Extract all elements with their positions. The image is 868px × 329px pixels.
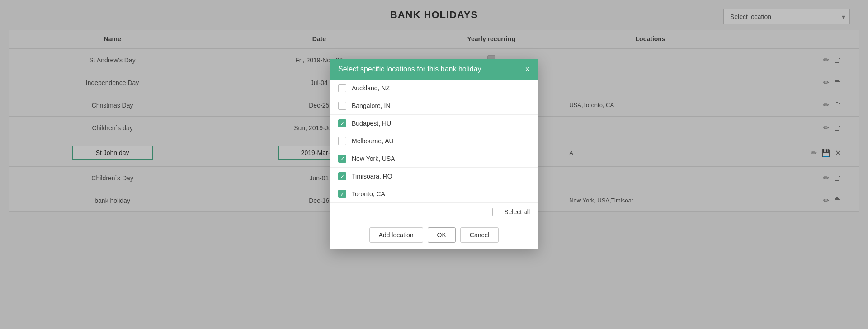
modal-footer: Add location OK Cancel [330, 221, 538, 249]
select-all-label: Select all [504, 208, 530, 216]
modal-body: Auckland, NZBangalore, INBudapest, HUMel… [330, 80, 538, 221]
location-name: Timisoara, RO [352, 173, 392, 180]
location-item[interactable]: Melbourne, AU [330, 132, 538, 150]
page-background: BANK HOLIDAYS Select location ▾ Name Dat… [0, 0, 868, 329]
location-checkbox[interactable] [338, 155, 346, 163]
location-checkbox[interactable] [338, 119, 346, 127]
location-checkbox[interactable] [338, 172, 346, 180]
location-checkbox[interactable] [338, 137, 346, 145]
location-name: New York, USA [352, 155, 395, 162]
location-checkbox[interactable] [338, 102, 346, 110]
location-item[interactable]: Toronto, CA [330, 185, 538, 203]
location-item[interactable]: New York, USA [330, 150, 538, 168]
location-name: Bangalore, IN [352, 102, 391, 109]
location-list: Auckland, NZBangalore, INBudapest, HUMel… [330, 80, 538, 203]
location-item[interactable]: Timisoara, RO [330, 168, 538, 185]
location-name: Toronto, CA [352, 190, 385, 197]
location-checkbox[interactable] [338, 84, 346, 92]
modal-header: Select specific locations for this bank … [330, 59, 538, 80]
select-all-checkbox[interactable] [492, 208, 500, 216]
location-select-modal: Select specific locations for this bank … [330, 59, 538, 249]
modal-close-button[interactable]: × [525, 65, 530, 73]
location-item[interactable]: Auckland, NZ [330, 80, 538, 97]
location-name: Melbourne, AU [352, 137, 394, 145]
cancel-button[interactable]: Cancel [460, 227, 499, 243]
location-name: Budapest, HU [352, 120, 391, 127]
location-item[interactable]: Bangalore, IN [330, 97, 538, 115]
ok-button[interactable]: OK [428, 227, 456, 243]
location-name: Auckland, NZ [352, 85, 390, 92]
location-checkbox[interactable] [338, 190, 346, 198]
modal-title: Select specific locations for this bank … [338, 65, 481, 73]
select-all-row: Select all [330, 203, 538, 221]
add-location-button[interactable]: Add location [369, 227, 423, 243]
location-item[interactable]: Budapest, HU [330, 115, 538, 132]
